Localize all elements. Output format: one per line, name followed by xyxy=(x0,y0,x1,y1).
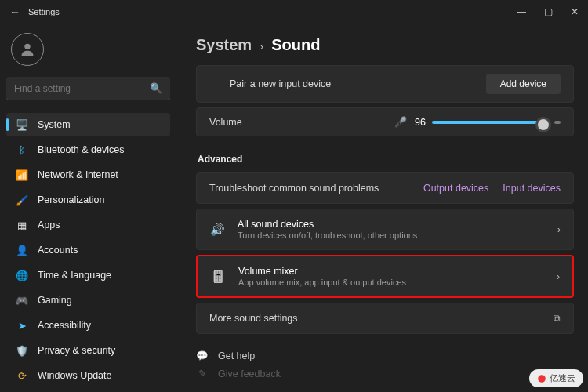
search-icon: 🔍 xyxy=(150,82,162,94)
row-title: All sound devices xyxy=(238,219,557,230)
sidebar: 🔍 🖥️SystemᛒBluetooth & devices📶Network &… xyxy=(0,24,176,392)
volume-value: 96 xyxy=(415,117,426,128)
row-icon: 🔊 xyxy=(209,223,225,237)
minimize-button[interactable]: ― xyxy=(508,0,535,24)
avatar[interactable] xyxy=(11,33,44,66)
sidebar-item-system[interactable]: 🖥️System xyxy=(6,113,170,136)
watermark-icon xyxy=(537,374,546,383)
nav-label: Accounts xyxy=(38,245,78,256)
more-sound-settings-row[interactable]: More sound settings ⧉ xyxy=(196,303,574,334)
nav-label: Accessibility xyxy=(38,320,91,331)
svg-point-1 xyxy=(538,375,546,383)
nav-icon: ⟳ xyxy=(16,370,28,382)
pair-device-label: Pair a new input device xyxy=(209,78,486,89)
nav-label: Apps xyxy=(38,220,60,230)
breadcrumb: System › Sound xyxy=(196,36,574,54)
nav-label: Personalization xyxy=(38,194,104,205)
sidebar-item-accessibility[interactable]: ➤Accessibility xyxy=(6,314,170,337)
titlebar: ← Settings ― ▢ ✕ xyxy=(0,0,588,24)
sidebar-item-apps[interactable]: ▦Apps xyxy=(6,213,170,237)
maximize-button[interactable]: ▢ xyxy=(535,0,561,24)
sidebar-item-privacy-security[interactable]: 🛡️Privacy & security xyxy=(6,339,170,362)
add-device-button[interactable]: Add device xyxy=(486,74,561,94)
more-sound-settings-label: More sound settings xyxy=(209,313,554,324)
output-devices-link[interactable]: Output devices xyxy=(423,183,488,194)
row-title: Volume mixer xyxy=(238,266,557,277)
volume-mixer-row[interactable]: 🎚️Volume mixerApp volume mix, app input … xyxy=(196,255,574,298)
nav-label: Time & language xyxy=(38,270,111,281)
page-title: Sound xyxy=(271,36,320,54)
nav-icon: 🖌️ xyxy=(16,194,28,206)
pair-device-row: Pair a new input device Add device xyxy=(196,65,574,103)
back-button[interactable]: ← xyxy=(6,3,24,20)
advanced-section-label: Advanced xyxy=(198,154,574,165)
sidebar-item-time-language[interactable]: 🌐Time & language xyxy=(6,263,170,287)
nav-icon: 🛡️ xyxy=(16,345,28,357)
nav-label: Windows Update xyxy=(38,370,112,381)
nav-label: Privacy & security xyxy=(38,345,115,356)
row-subtitle: App volume mix, app input & output devic… xyxy=(238,278,557,287)
volume-label: Volume xyxy=(209,117,394,128)
nav-icon: 🖥️ xyxy=(16,119,28,131)
external-link-icon: ⧉ xyxy=(554,313,561,324)
app-title: Settings xyxy=(28,7,60,16)
content-area: System › Sound Pair a new input device A… xyxy=(176,24,588,392)
microphone-icon[interactable]: 🎤 xyxy=(394,116,407,128)
nav-icon: 👤 xyxy=(16,245,28,256)
all-sound-devices-row[interactable]: 🔊All sound devicesTurn devices on/off, t… xyxy=(196,209,574,250)
input-devices-link[interactable]: Input devices xyxy=(503,183,561,194)
volume-slider[interactable] xyxy=(432,121,550,124)
nav-icon: 📶 xyxy=(16,169,28,181)
nav-label: Gaming xyxy=(38,295,72,306)
nav-label: Bluetooth & devices xyxy=(38,144,125,155)
sidebar-item-windows-update[interactable]: ⟳Windows Update xyxy=(6,364,170,387)
search-input[interactable] xyxy=(14,83,150,94)
row-subtitle: Turn devices on/off, troubleshoot, other… xyxy=(238,230,557,240)
give-feedback-link[interactable]: ✎ Give feedback xyxy=(196,368,574,379)
get-help-link[interactable]: 💬 Get help xyxy=(196,350,574,361)
troubleshoot-label: Troubleshoot common sound problems xyxy=(209,183,423,194)
nav-label: System xyxy=(38,119,71,130)
nav-icon: ▦ xyxy=(16,220,28,231)
sidebar-item-bluetooth-devices[interactable]: ᛒBluetooth & devices xyxy=(6,138,170,162)
svg-point-0 xyxy=(24,44,30,49)
row-icon: 🎚️ xyxy=(210,270,226,284)
user-icon xyxy=(19,41,36,58)
chevron-right-icon: › xyxy=(557,271,560,282)
nav-icon: 🎮 xyxy=(16,295,28,307)
volume-row: Volume 🎤 96 xyxy=(196,107,574,136)
sidebar-item-accounts[interactable]: 👤Accounts xyxy=(6,238,170,262)
breadcrumb-parent[interactable]: System xyxy=(196,36,252,54)
search-box[interactable]: 🔍 xyxy=(6,77,170,100)
troubleshoot-row: Troubleshoot common sound problems Outpu… xyxy=(196,172,574,204)
nav-label: Network & internet xyxy=(38,169,118,180)
feedback-icon: ✎ xyxy=(196,368,209,379)
nav-icon: 🌐 xyxy=(16,270,28,281)
chevron-right-icon: › xyxy=(260,39,263,53)
sidebar-item-network-internet[interactable]: 📶Network & internet xyxy=(6,163,170,187)
chevron-right-icon: › xyxy=(557,224,561,235)
nav-icon: ᛒ xyxy=(16,144,28,156)
help-icon: 💬 xyxy=(196,350,209,361)
sidebar-item-personalization[interactable]: 🖌️Personalization xyxy=(6,188,170,212)
close-button[interactable]: ✕ xyxy=(561,0,588,24)
sidebar-item-gaming[interactable]: 🎮Gaming xyxy=(6,289,170,312)
nav-icon: ➤ xyxy=(16,320,28,332)
footer-links: 💬 Get help ✎ Give feedback xyxy=(196,350,574,379)
watermark: 亿速云 xyxy=(529,369,583,387)
